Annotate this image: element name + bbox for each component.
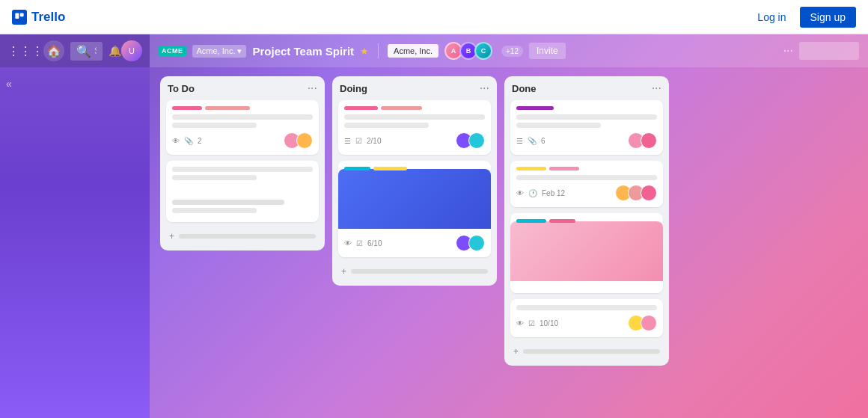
collapse-icon: « (6, 78, 12, 90)
workspace-selector[interactable]: Acme, Inc. ▾ (192, 45, 247, 58)
trello-logo-text: Trello (31, 10, 65, 25)
invite-button[interactable]: Invite (529, 43, 566, 59)
card-avatars-d1 (456, 132, 485, 149)
clip-icon: 📎 (184, 137, 193, 145)
apps-icon[interactable]: ⋮⋮⋮ (7, 44, 43, 58)
card-image-pink (510, 221, 663, 281)
notification-icon[interactable]: 🔔 (109, 45, 121, 57)
list-title-todo: To Do (168, 83, 195, 94)
card-todo-1[interactable]: 👁 📎 2 (166, 100, 319, 155)
add-card-line-doing (351, 269, 488, 274)
list-icon: ☰ (344, 137, 351, 145)
card-avatar-d2-2 (468, 235, 485, 251)
add-card-doing[interactable]: + (338, 263, 491, 280)
list-icon-dn1: ☰ (516, 137, 523, 145)
card-text-dn4 (516, 305, 657, 310)
sidebar-search[interactable]: 🔍 (70, 42, 103, 61)
label-dn2-1 (516, 167, 546, 170)
card-footer-d2: 👁 ☑ 6/10 (344, 235, 485, 251)
header-divider (378, 43, 379, 58)
card-meta-d2: 👁 ☑ 6/10 (344, 239, 382, 248)
card-done-2[interactable]: 👁 🕐 Feb 12 (510, 161, 663, 207)
clip-count: 2 (198, 137, 202, 145)
chevron-down-icon: ▾ (237, 46, 242, 56)
sidebar-top-bar: ⋮⋮⋮ 🏠 🔍 🔔 U (0, 34, 150, 67)
card-text-d1 (344, 114, 485, 120)
date-dn2: Feb 12 (542, 189, 565, 197)
card-meta-dn1: ☰ 📎 6 (516, 137, 545, 145)
card-meta-dn4: 👁 ☑ 10/10 (516, 319, 558, 328)
label-light-pink (205, 106, 250, 110)
card-done-1[interactable]: ☰ 📎 6 (510, 100, 663, 155)
eye-icon-dn2: 👁 (516, 189, 524, 197)
nav-auth-area: Log in Sign up (750, 7, 856, 28)
card-footer-d1: ☰ ☑ 2/10 (344, 132, 485, 149)
plus-icon-doing: + (341, 266, 346, 277)
plus-icon-done: + (513, 346, 519, 357)
card-meta: 👁 📎 2 (172, 137, 202, 145)
trello-logo[interactable]: Trello (12, 10, 65, 25)
clip-icon-dn1: 📎 (528, 137, 537, 145)
card-text-dn1 (516, 114, 657, 120)
list-title-doing: Doing (340, 83, 367, 94)
card-text-4 (172, 175, 257, 180)
list-menu-doing[interactable]: ··· (480, 82, 489, 94)
board-content: ACME Acme, Inc. ▾ Project Team Spirit ★ … (150, 34, 868, 418)
lists-area: To Do ··· 👁 📎 2 (150, 67, 868, 418)
clock-icon-dn2: 🕐 (528, 189, 537, 197)
label-dn2-2 (549, 167, 579, 170)
card-text-1 (172, 114, 313, 120)
add-card-done[interactable]: + (510, 343, 663, 360)
workspace-label: Acme, Inc. (197, 46, 236, 55)
card-done-3[interactable] (510, 213, 663, 293)
sidebar-collapse-button[interactable]: « (0, 75, 18, 93)
plus-icon: + (169, 231, 174, 242)
svg-rect-1 (20, 13, 24, 16)
list-title-done: Done (512, 83, 537, 94)
home-icon[interactable]: 🏠 (43, 40, 64, 61)
card-todo-2[interactable] (166, 161, 319, 222)
label-d1-1 (344, 106, 378, 110)
check-count-dn4: 10/10 (540, 319, 558, 328)
card-label-row-dn1 (516, 106, 657, 110)
signup-button[interactable]: Sign up (800, 7, 856, 28)
top-navigation: Trello Log in Sign up (0, 0, 868, 34)
list-menu-done[interactable]: ··· (652, 82, 661, 94)
login-button[interactable]: Log in (750, 7, 793, 28)
card-footer: 👁 📎 2 (172, 132, 313, 149)
clip-count-dn1: 6 (541, 137, 545, 145)
card-meta-dn2: 👁 🕐 Feb 12 (516, 189, 565, 197)
card-avatar-dn2-3 (641, 185, 657, 201)
svg-rect-0 (15, 13, 19, 19)
card-text-6 (172, 208, 257, 213)
eye-icon-d2: 👁 (344, 239, 352, 248)
label-pink (172, 106, 202, 110)
acme-badge: ACME (159, 46, 186, 56)
star-icon[interactable]: ★ (360, 46, 369, 57)
check-count: 2/10 (367, 137, 381, 145)
card-image-blue (338, 169, 491, 229)
label-d1-2 (381, 106, 422, 110)
eye-icon-dn4: 👁 (516, 319, 524, 328)
card-doing-1[interactable]: ☰ ☑ 2/10 (338, 100, 491, 155)
list-todo: To Do ··· 👁 📎 2 (160, 76, 325, 251)
board-avatar-group: A B C (444, 42, 492, 60)
board-search-box[interactable] (799, 42, 859, 60)
card-text-dn3 (516, 175, 657, 180)
list-menu-todo[interactable]: ··· (308, 82, 317, 94)
card-avatars (284, 132, 313, 149)
workspace-button[interactable]: Acme, Inc. (388, 44, 438, 58)
search-input[interactable] (94, 46, 97, 56)
add-card-todo[interactable]: + (166, 228, 319, 245)
card-text-2 (172, 123, 257, 128)
check-count-d2: 6/10 (367, 239, 382, 248)
card-done-4[interactable]: 👁 ☑ 10/10 (510, 299, 663, 337)
label-dn3-1 (516, 219, 546, 223)
card-doing-2[interactable]: 👁 ☑ 6/10 (338, 161, 491, 257)
avatar-more-count[interactable]: +12 (501, 46, 523, 57)
label-dn3-2 (549, 219, 575, 223)
trello-logo-icon (12, 10, 27, 25)
user-avatar[interactable]: U (121, 40, 142, 61)
board-more-button[interactable]: ··· (783, 44, 793, 58)
card-meta-d1: ☰ ☑ 2/10 (344, 137, 381, 145)
